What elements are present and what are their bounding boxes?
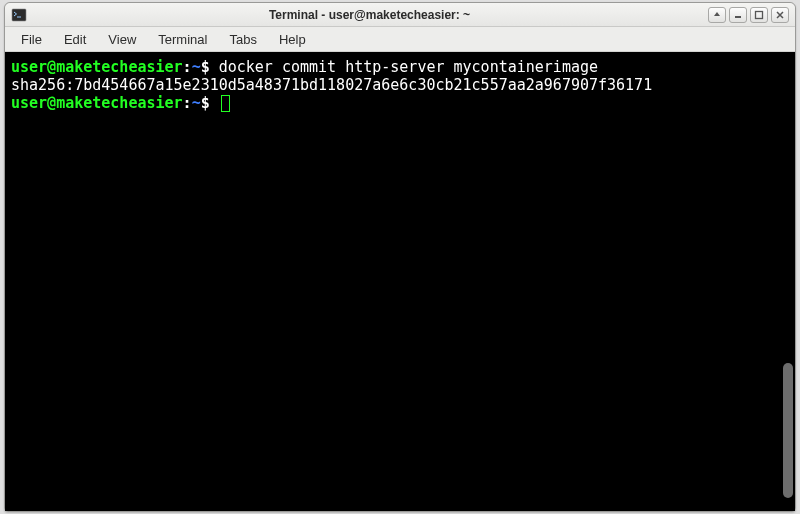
output-text: sha256:7bd454667a15e2310d5a48371bd118027… bbox=[11, 76, 652, 94]
svg-rect-0 bbox=[12, 9, 26, 21]
close-button[interactable] bbox=[771, 7, 789, 23]
terminal-area[interactable]: user@maketecheasier:~$ docker commit htt… bbox=[5, 52, 795, 511]
terminal-line: user@maketecheasier:~$ docker commit htt… bbox=[11, 58, 775, 76]
scrollbar[interactable] bbox=[783, 56, 793, 507]
menu-tabs[interactable]: Tabs bbox=[219, 29, 266, 50]
minimize-button[interactable] bbox=[729, 7, 747, 23]
maximize-button[interactable] bbox=[750, 7, 768, 23]
window-controls bbox=[708, 7, 789, 23]
menu-terminal[interactable]: Terminal bbox=[148, 29, 217, 50]
prompt-userhost: user@maketecheasier bbox=[11, 58, 183, 76]
command-text: docker commit http-server mycontainerima… bbox=[219, 58, 598, 76]
svg-rect-3 bbox=[756, 11, 763, 18]
menu-view[interactable]: View bbox=[98, 29, 146, 50]
prompt-path: ~ bbox=[192, 58, 201, 76]
menu-edit[interactable]: Edit bbox=[54, 29, 96, 50]
prompt-symbol: $ bbox=[201, 58, 210, 76]
terminal-cursor bbox=[221, 95, 230, 112]
prompt-symbol: $ bbox=[201, 94, 210, 112]
prompt-sep: : bbox=[183, 58, 192, 76]
keep-above-button[interactable] bbox=[708, 7, 726, 23]
menubar: File Edit View Terminal Tabs Help bbox=[5, 27, 795, 52]
scrollbar-thumb[interactable] bbox=[783, 363, 793, 498]
terminal-window: Terminal - user@maketecheasier: ~ File E… bbox=[4, 2, 796, 512]
terminal-line: user@maketecheasier:~$ bbox=[11, 94, 775, 112]
prompt-userhost: user@maketecheasier bbox=[11, 94, 183, 112]
svg-rect-2 bbox=[735, 16, 741, 18]
terminal-app-icon bbox=[11, 7, 27, 23]
window-title: Terminal - user@maketecheasier: ~ bbox=[31, 8, 708, 22]
menu-help[interactable]: Help bbox=[269, 29, 316, 50]
titlebar[interactable]: Terminal - user@maketecheasier: ~ bbox=[5, 3, 795, 27]
prompt-path: ~ bbox=[192, 94, 201, 112]
terminal-content[interactable]: user@maketecheasier:~$ docker commit htt… bbox=[5, 52, 781, 511]
terminal-line: sha256:7bd454667a15e2310d5a48371bd118027… bbox=[11, 76, 775, 94]
menu-file[interactable]: File bbox=[11, 29, 52, 50]
prompt-sep: : bbox=[183, 94, 192, 112]
